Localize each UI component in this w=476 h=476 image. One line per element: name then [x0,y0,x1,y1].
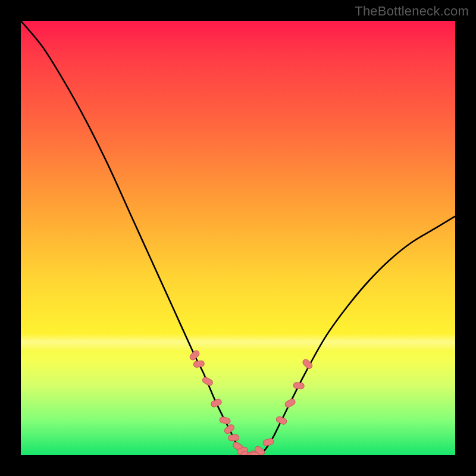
marker-group [189,349,314,455]
svg-rect-6 [228,434,239,441]
marker-point [223,424,235,435]
bottleneck-curve-path [21,21,455,455]
marker-point [262,438,274,446]
marker-point [293,382,305,389]
marker-point [284,398,296,409]
marker-point [228,434,239,441]
chart-frame: TheBottleneck.com [0,0,476,476]
svg-rect-3 [210,398,223,408]
marker-point [202,376,214,386]
svg-rect-13 [262,438,274,446]
svg-rect-5 [223,424,235,435]
marker-point [193,360,205,367]
svg-rect-1 [193,360,205,367]
marker-point [210,398,223,408]
svg-rect-2 [202,376,214,386]
svg-rect-16 [293,382,305,389]
watermark-text: TheBottleneck.com [355,4,469,19]
svg-rect-0 [189,349,201,361]
marker-point [219,416,231,425]
svg-rect-15 [284,398,296,409]
marker-point [275,415,287,425]
curve-layer [21,21,455,455]
plot-area [21,21,455,455]
marker-point [189,349,201,361]
svg-rect-4 [219,416,231,425]
svg-rect-14 [275,415,287,425]
